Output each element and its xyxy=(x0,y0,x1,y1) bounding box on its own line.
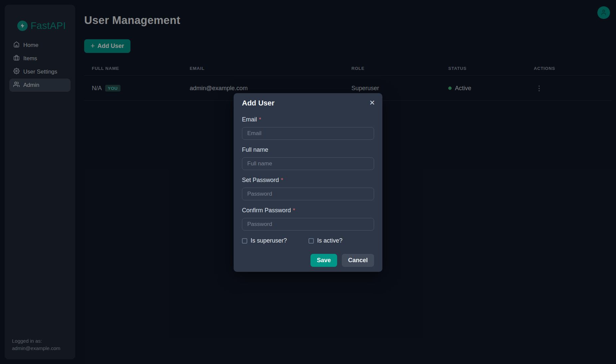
set-password-label: Set Password * xyxy=(242,177,374,184)
close-icon[interactable]: ✕ xyxy=(368,98,376,107)
confirm-password-label: Confirm Password * xyxy=(242,207,374,214)
email-field[interactable] xyxy=(242,127,374,140)
email-label: Email * xyxy=(242,116,374,123)
is-active-checkbox[interactable] xyxy=(308,238,314,244)
modal-footer: Save Cancel xyxy=(310,254,374,267)
is-superuser-option: Is superuser? xyxy=(242,237,308,244)
save-button[interactable]: Save xyxy=(310,254,337,267)
is-active-label: Is active? xyxy=(317,237,342,244)
add-user-form: Email * Full name Set Password * Confirm… xyxy=(242,116,374,244)
set-password-field[interactable] xyxy=(242,188,374,200)
is-active-option: Is active? xyxy=(308,237,342,244)
confirm-password-field[interactable] xyxy=(242,218,374,231)
full-name-field[interactable] xyxy=(242,157,374,170)
required-marker: * xyxy=(293,207,295,214)
required-marker: * xyxy=(281,177,283,184)
is-superuser-checkbox[interactable] xyxy=(242,238,247,244)
cancel-button[interactable]: Cancel xyxy=(342,254,374,267)
is-superuser-label: Is superuser? xyxy=(251,237,287,244)
required-marker: * xyxy=(259,116,261,123)
modal-title: Add User xyxy=(242,99,275,107)
checkbox-row: Is superuser? Is active? xyxy=(242,237,374,244)
full-name-label: Full name xyxy=(242,146,374,153)
add-user-modal: Add User ✕ Email * Full name Set Passwor… xyxy=(234,93,382,272)
